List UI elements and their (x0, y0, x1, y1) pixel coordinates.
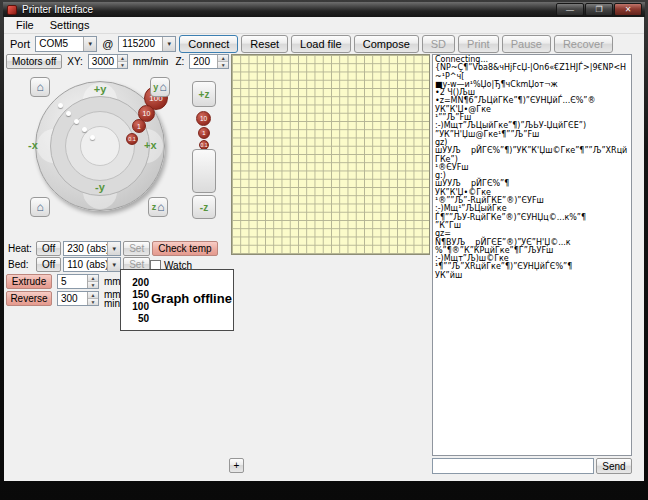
connect-button[interactable]: Connect (179, 35, 238, 53)
z-step-badge-10: 10 (196, 111, 211, 126)
check-temp-button[interactable]: Check temp (152, 241, 217, 256)
z-feed-label: Z: (173, 56, 186, 67)
step-badge-1: 1 (132, 119, 146, 133)
home-x-button[interactable]: ⌂ (30, 77, 50, 97)
jog-plus-y-label[interactable]: +y (86, 83, 114, 95)
reverse-speed-value[interactable]: 300 (58, 292, 87, 305)
compose-button[interactable]: Compose (354, 35, 419, 53)
graph-tick: 200 (121, 277, 149, 288)
close-button[interactable]: ✕ (614, 3, 642, 16)
heat-set-button[interactable]: Set (123, 241, 150, 256)
xy-feed-label: XY: (65, 56, 85, 67)
step-up-icon[interactable]: ▲ (88, 292, 98, 299)
home-y-button[interactable]: y ⌂ (150, 77, 170, 97)
baud-value: 115200 (119, 37, 162, 51)
extrude-amount-stepper[interactable]: 5 ▲ ▼ (57, 274, 99, 289)
xy-feedrate-value[interactable]: 3000 (89, 55, 117, 68)
recover-button[interactable]: Recover (554, 35, 613, 53)
print-bed-canvas[interactable] (231, 54, 430, 255)
bed-off-button[interactable]: Off (36, 257, 61, 272)
xy-feedrate-stepper[interactable]: 3000 ▲ ▼ (88, 54, 128, 69)
hotend-temp-row: Heat: Off 230 (abs) ▾ Set Check temp (8, 241, 218, 256)
print-button[interactable]: Print (458, 35, 499, 53)
step-down-icon[interactable]: ▼ (118, 62, 127, 68)
bed-temp-select[interactable]: 110 (abs) ▾ (63, 257, 121, 272)
extrude-button[interactable]: Extrude (6, 274, 52, 289)
stepper-arrows[interactable]: ▲ ▼ (117, 55, 127, 68)
chevron-down-icon[interactable]: ▾ (162, 37, 175, 51)
jog-minus-y-label[interactable]: -y (86, 181, 114, 193)
send-button[interactable]: Send (596, 458, 632, 474)
reverse-speed-stepper[interactable]: 300 ▲ ▼ (57, 291, 99, 306)
window-title: Printer Interface (22, 4, 93, 15)
step-up-icon[interactable]: ▲ (118, 55, 127, 62)
home-z-button[interactable]: z ⌂ (148, 197, 168, 217)
bed-temp-value: 110 (abs) (64, 258, 107, 271)
graph-tick: 150 (121, 289, 149, 300)
step-up-icon[interactable]: ▲ (218, 55, 228, 62)
step-down-icon[interactable]: ▼ (88, 299, 98, 305)
feed-unit-label: mm/min (131, 56, 171, 67)
z-plus-button[interactable]: +z (192, 81, 216, 107)
window-frame: Printer Interface — ❐ ✕ File Settings Po… (0, 0, 648, 500)
menu-settings[interactable]: Settings (42, 18, 98, 32)
sd-button[interactable]: SD (422, 35, 455, 53)
heat-label: Heat: (8, 243, 34, 254)
maximize-button[interactable]: ❐ (585, 3, 613, 16)
bed-label: Bed: (8, 259, 34, 270)
motors-off-button[interactable]: Motors off (6, 54, 62, 69)
graph-offline-text: Graph offline (151, 291, 232, 306)
jog-minus-x-label[interactable]: -x (28, 139, 38, 151)
pause-button[interactable]: Pause (502, 35, 551, 53)
connection-toolbar: Port COM5 ▾ @ 115200 ▾ Connect Reset Loa… (8, 35, 613, 53)
stepper-arrows[interactable]: ▲ ▼ (217, 55, 228, 68)
wheel-dot (66, 111, 71, 116)
stepper-arrows[interactable]: ▲ ▼ (87, 292, 98, 305)
stepper-arrows[interactable]: ▲ ▼ (87, 275, 98, 288)
load-file-button[interactable]: Load file (291, 35, 351, 53)
wheel-dot (74, 119, 79, 124)
port-select[interactable]: COM5 ▾ (35, 36, 97, 52)
extrude-amount-value[interactable]: 5 (58, 275, 87, 288)
app-icon (7, 5, 17, 15)
home-all-button[interactable]: ⌂ (30, 197, 50, 217)
reverse-button[interactable]: Reverse (6, 291, 52, 306)
reverse-row: Reverse 300 ▲ ▼ mm/ min (6, 291, 123, 306)
command-input[interactable] (432, 458, 594, 474)
jog-controls: +y -y -x +x 100 10 1 0.1 ⌂ y ⌂ ⌂ z ⌂ +z (24, 73, 224, 225)
z-feedrate-value[interactable]: 200 (190, 55, 217, 68)
title-bar[interactable]: Printer Interface — ❐ ✕ (3, 2, 645, 17)
console-log[interactable]: Connecting... {NP~Ç¶”Vba8&чHjFcЏ-|On6«€Z… (432, 54, 632, 456)
z-feedrate-stepper[interactable]: 200 ▲ ▼ (189, 54, 229, 69)
wheel-dot (90, 135, 95, 140)
step-down-icon[interactable]: ▼ (218, 62, 228, 68)
baud-select[interactable]: 115200 ▾ (118, 36, 176, 52)
home-z-label: z (152, 202, 157, 212)
chevron-down-icon[interactable]: ▾ (107, 242, 120, 255)
wheel-dot (82, 127, 87, 132)
caption-buttons: — ❐ ✕ (556, 3, 645, 16)
z-minus-button[interactable]: -z (192, 195, 216, 219)
reset-button[interactable]: Reset (241, 35, 288, 53)
motion-toolbar: Motors off XY: 3000 ▲ ▼ mm/min Z: 200 ▲ … (6, 54, 229, 69)
step-badge-0.1: 0.1 (126, 133, 138, 145)
z-step-slider[interactable] (192, 149, 216, 193)
expand-plus-button[interactable]: + (229, 458, 244, 473)
heat-temp-value: 230 (abs) (64, 242, 107, 255)
jog-plus-x-label[interactable]: +x (144, 139, 157, 151)
graph-tick: 50 (121, 313, 149, 324)
heat-off-button[interactable]: Off (36, 241, 61, 256)
jog-wheel-ring-01[interactable] (80, 126, 120, 166)
wheel-dot (58, 103, 63, 108)
menu-file[interactable]: File (8, 18, 42, 32)
chevron-down-icon[interactable]: ▾ (83, 37, 96, 51)
chevron-down-icon[interactable]: ▾ (107, 258, 120, 271)
minimize-button[interactable]: — (556, 3, 584, 16)
heat-temp-select[interactable]: 230 (abs) ▾ (63, 241, 121, 256)
step-down-icon[interactable]: ▼ (88, 282, 98, 288)
step-up-icon[interactable]: ▲ (88, 275, 98, 282)
home-icon: ⌂ (159, 81, 166, 93)
home-icon: ⌂ (157, 201, 164, 213)
home-icon: ⌂ (36, 81, 43, 93)
extrude-unit-label: mm (104, 276, 121, 287)
